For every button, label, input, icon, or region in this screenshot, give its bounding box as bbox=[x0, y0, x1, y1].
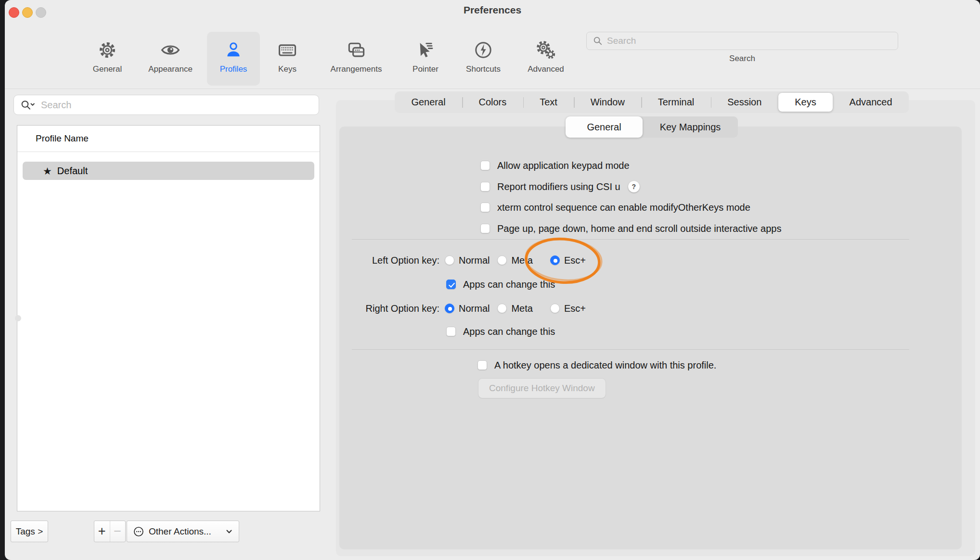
hotkey-row: A hotkey opens a dedicated window with t… bbox=[477, 359, 716, 371]
right-option-key-label: Right Option key: bbox=[294, 302, 439, 315]
toolbar-item-label: Advanced bbox=[528, 64, 564, 74]
close-button[interactable] bbox=[9, 7, 19, 18]
csi-u-checkbox[interactable] bbox=[480, 182, 490, 191]
right-option-normal-radio[interactable] bbox=[445, 304, 454, 313]
radio-label: Meta bbox=[511, 255, 532, 266]
left-option-esc-radio[interactable] bbox=[550, 255, 560, 265]
star-icon: ★ bbox=[43, 166, 52, 176]
checkbox-label: Allow application keypad mode bbox=[497, 160, 630, 171]
profile-list: Profile Name ★ Default bbox=[17, 125, 320, 511]
radio-label: Normal bbox=[459, 303, 490, 314]
subtab-general[interactable]: General bbox=[566, 116, 643, 138]
toolbar-item-label: Pointer bbox=[413, 64, 438, 74]
minimize-button[interactable] bbox=[22, 7, 33, 18]
scroll-outside-apps-checkbox[interactable] bbox=[480, 224, 490, 233]
checkbox-label: Apps can change this bbox=[463, 279, 555, 290]
subtab-key-mappings[interactable]: Key Mappings bbox=[643, 116, 738, 138]
right-option-meta-radio[interactable] bbox=[497, 304, 507, 313]
checkbox-label: A hotkey opens a dedicated window with t… bbox=[494, 360, 716, 371]
section-divider bbox=[352, 239, 909, 240]
tab-window[interactable]: Window bbox=[574, 91, 641, 113]
tab-advanced[interactable]: Advanced bbox=[833, 91, 909, 113]
left-apps-can-change-checkbox[interactable] bbox=[446, 280, 456, 289]
right-apps-can-change-checkbox[interactable] bbox=[446, 327, 456, 336]
toolbar-search-label: Search bbox=[586, 54, 898, 64]
bolt-icon bbox=[473, 37, 493, 64]
toolbar-item-keys[interactable]: Keys bbox=[270, 32, 305, 86]
hotkey-window-checkbox[interactable] bbox=[477, 360, 487, 370]
gear-icon bbox=[97, 37, 117, 64]
eye-icon bbox=[160, 37, 181, 64]
tab-colors[interactable]: Colors bbox=[462, 91, 523, 113]
toolbar-item-label: Profiles bbox=[220, 64, 247, 74]
apps-can-change-row: Apps can change this bbox=[446, 325, 555, 338]
toolbar-item-profiles[interactable]: Profiles bbox=[207, 32, 260, 86]
keyboard-icon bbox=[277, 37, 298, 64]
toolbar-divider bbox=[5, 89, 980, 89]
right-option-esc-radio[interactable] bbox=[550, 304, 560, 313]
preferences-window: Preferences General Appearance bbox=[5, 0, 980, 560]
search-filter-icon bbox=[20, 99, 37, 111]
add-profile-button[interactable]: + bbox=[94, 521, 110, 542]
right-option-radio-group: Normal Meta Esc+ bbox=[445, 302, 586, 315]
left-option-meta-radio[interactable] bbox=[497, 255, 507, 265]
toolbar-search-placeholder: Search bbox=[607, 36, 636, 46]
gears-icon bbox=[535, 37, 556, 64]
toolbar-item-appearance[interactable]: Appearance bbox=[142, 32, 199, 86]
radio-label: Normal bbox=[459, 255, 490, 266]
toolbar-search-input[interactable]: Search bbox=[586, 32, 898, 50]
left-option-radio-group: Normal Meta Esc+ bbox=[445, 254, 586, 267]
chevron-down-icon bbox=[225, 528, 233, 535]
tags-button[interactable]: Tags > bbox=[11, 521, 48, 542]
profile-tab-bar: General Colors Text Window Terminal Sess… bbox=[395, 91, 909, 113]
keypad-mode-checkbox[interactable] bbox=[480, 161, 490, 170]
tab-keys[interactable]: Keys bbox=[778, 93, 833, 112]
toolbar-item-advanced[interactable]: Advanced bbox=[519, 32, 573, 86]
checkbox-label: Report modifiers using CSI u bbox=[497, 181, 620, 192]
zoom-button[interactable] bbox=[36, 7, 46, 18]
toolbar-item-arrangements[interactable]: Arrangements bbox=[318, 32, 395, 86]
window-title: Preferences bbox=[5, 4, 980, 16]
tab-session[interactable]: Session bbox=[711, 91, 778, 113]
toolbar-item-label: Shortcuts bbox=[466, 64, 501, 74]
section-divider bbox=[352, 349, 909, 350]
keys-subtab-bar: General Key Mappings bbox=[566, 116, 738, 138]
toolbar-item-label: Keys bbox=[278, 64, 297, 74]
tab-text[interactable]: Text bbox=[523, 91, 574, 113]
profile-name: Default bbox=[57, 165, 88, 177]
checkbox-label: Page up, page down, home and end scroll … bbox=[497, 223, 781, 234]
toolbar-item-general[interactable]: General bbox=[85, 32, 129, 86]
other-actions-dropdown[interactable]: Other Actions... bbox=[127, 521, 239, 542]
radio-label: Esc+ bbox=[564, 255, 586, 266]
radio-label: Esc+ bbox=[564, 303, 586, 314]
profile-list-column-header[interactable]: Profile Name bbox=[17, 126, 320, 152]
apps-can-change-row: Apps can change this bbox=[446, 278, 555, 291]
add-remove-profile-group: + − bbox=[94, 521, 126, 542]
configure-hotkey-window-button[interactable]: Configure Hotkey Window bbox=[478, 378, 606, 398]
checkbox-row: Report modifiers using CSI u ? bbox=[480, 180, 640, 193]
toolbar-item-label: General bbox=[93, 64, 122, 74]
toolbar-item-label: Appearance bbox=[148, 64, 193, 74]
cursor-icon bbox=[415, 37, 436, 64]
keys-general-panel bbox=[339, 127, 962, 549]
checkbox-row: Page up, page down, home and end scroll … bbox=[480, 222, 781, 235]
profile-row-default[interactable]: ★ Default bbox=[23, 162, 314, 180]
ellipsis-circle-icon bbox=[133, 526, 144, 537]
profile-search-input[interactable]: Search bbox=[13, 95, 319, 115]
radio-label: Meta bbox=[511, 303, 532, 314]
toolbar-item-shortcuts[interactable]: Shortcuts bbox=[456, 32, 510, 86]
checkbox-label: Apps can change this bbox=[463, 326, 555, 337]
checkbox-label: xterm control sequence can enable modify… bbox=[497, 202, 750, 213]
windows-icon bbox=[346, 37, 367, 64]
tab-terminal[interactable]: Terminal bbox=[641, 91, 710, 113]
remove-profile-button[interactable]: − bbox=[110, 521, 126, 542]
help-button[interactable]: ? bbox=[628, 181, 640, 192]
toolbar-item-pointer[interactable]: Pointer bbox=[403, 32, 448, 86]
left-option-key-label: Left Option key: bbox=[294, 254, 439, 267]
left-option-normal-radio[interactable] bbox=[445, 255, 454, 265]
checkbox-row: Allow application keypad mode bbox=[480, 159, 630, 172]
profile-search-placeholder: Search bbox=[41, 100, 71, 111]
modify-other-keys-checkbox[interactable] bbox=[480, 203, 490, 212]
sidebar-dot bbox=[15, 315, 21, 321]
tab-general[interactable]: General bbox=[395, 91, 462, 113]
